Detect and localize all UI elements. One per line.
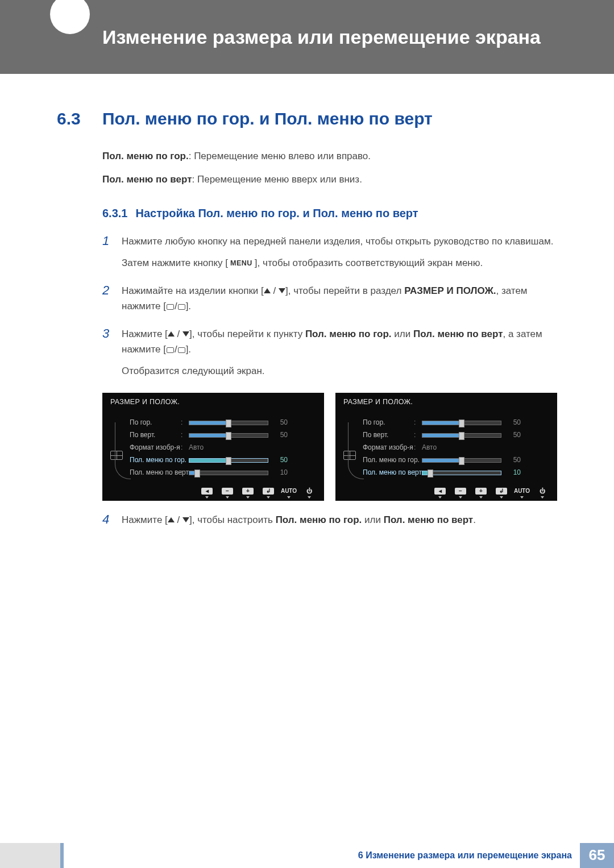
definitions: Пол. меню по гор.: Перемещение меню влев… — [102, 148, 557, 187]
osd-enter-icon: ↲ — [263, 488, 274, 495]
osd-power-icon: ⏻ — [537, 488, 548, 495]
osd-row: По верт. : 50 — [346, 429, 547, 442]
osd-auto-icon: AUTO — [283, 488, 294, 495]
enter-icon — [178, 304, 185, 310]
steps-list: 1 Нажмите любую кнопку на передней панел… — [102, 234, 557, 384]
arrow-up-icon — [168, 331, 175, 337]
osd-slider — [422, 471, 501, 475]
osd-slider — [189, 471, 268, 475]
osd-minus-icon: − — [222, 488, 233, 495]
osd-buttons: ◂ − + ↲ AUTO ⏻ — [102, 488, 324, 499]
arrow-down-icon — [182, 331, 189, 337]
arrow-up-icon — [168, 517, 175, 522]
arrow-down-icon — [182, 517, 189, 522]
section-number: 6.3 — [57, 105, 102, 132]
footer-chapter: 6 Изменение размера или перемещение экра… — [358, 848, 580, 863]
osd-slider — [189, 421, 268, 425]
subsection-number: 6.3.1 — [102, 207, 127, 219]
osd-back-icon: ◂ — [434, 488, 446, 495]
enter-icon — [167, 347, 174, 353]
osd-power-icon: ⏻ — [304, 488, 315, 495]
page-number: 65 — [580, 843, 614, 868]
arrow-up-icon — [264, 288, 271, 293]
page-footer: 6 Изменение размера или перемещение экра… — [0, 843, 614, 868]
def1-text: : Перемещение меню влево или вправо. — [189, 151, 371, 161]
menu-chip: MENU — [228, 257, 255, 269]
step4-p: Нажмите [ / ], чтобы настроить Пол. меню… — [122, 512, 557, 528]
subsection-title: Настройка Пол. меню по гор. и Пол. меню … — [135, 207, 418, 219]
osd-row-selected: Пол. меню по верт : 10 — [346, 467, 547, 479]
osd-panel-right: РАЗМЕР И ПОЛОЖ. По гор. : 50 По верт. : — [335, 393, 557, 501]
step3-p2: Отобразится следующий экран. — [122, 363, 557, 379]
step-num-1: 1 — [102, 234, 122, 276]
osd-row: Формат изобр-я : Авто — [113, 442, 314, 454]
osd-row: По гор. : 50 — [113, 417, 314, 429]
osd-slider — [422, 421, 501, 425]
section-title: Пол. меню по гор. и Пол. меню по верт — [102, 105, 433, 132]
osd-enter-icon: ↲ — [496, 488, 507, 495]
osd-title: РАЗМЕР И ПОЛОЖ. — [102, 393, 324, 411]
def2-bold: Пол. меню по верт — [102, 174, 192, 185]
osd-row: Пол. меню по гор. : 50 — [346, 454, 547, 467]
chapter-badge — [50, 0, 90, 34]
step-num-3: 3 — [102, 326, 122, 384]
osd-panel-left: РАЗМЕР И ПОЛОЖ. По гор. : 50 По верт. : — [102, 393, 324, 501]
page-header: Изменение размера или перемещение экрана — [0, 0, 614, 74]
steps-list-cont: 4 Нажмите [ / ], чтобы настроить Пол. ме… — [102, 512, 557, 533]
size-position-icon — [110, 451, 123, 460]
osd-row: По верт. : 50 — [113, 429, 314, 442]
def1-bold: Пол. меню по гор. — [102, 151, 189, 161]
osd-buttons: ◂ − + ↲ AUTO ⏻ — [335, 488, 557, 499]
osd-row-selected: Пол. меню по гор. : 50 — [113, 454, 314, 467]
osd-row: Пол. меню по верт : 10 — [113, 467, 314, 479]
osd-slider — [422, 458, 501, 463]
subsection-heading: 6.3.1Настройка Пол. меню по гор. и Пол. … — [102, 204, 557, 222]
osd-plus-icon: + — [475, 488, 487, 495]
def2-text: : Перемещение меню вверх или вниз. — [192, 174, 362, 185]
osd-row: Формат изобр-я : Авто — [346, 442, 547, 454]
section-heading: 6.3 Пол. меню по гор. и Пол. меню по вер… — [57, 105, 557, 132]
step-num-4: 4 — [102, 512, 122, 533]
osd-slider — [422, 433, 501, 438]
step1-p2: Затем нажмите кнопку [MENU], чтобы отобр… — [122, 255, 557, 271]
enter-icon — [167, 304, 174, 310]
osd-slider — [189, 433, 268, 438]
header-title: Изменение размера или перемещение экрана — [102, 25, 541, 49]
arrow-down-icon — [279, 288, 285, 293]
osd-back-icon: ◂ — [201, 488, 213, 495]
step1-p1: Нажмите любую кнопку на передней панели … — [122, 234, 557, 249]
osd-slider — [189, 458, 268, 463]
osd-row: По гор. : 50 — [346, 417, 547, 429]
osd-plus-icon: + — [242, 488, 254, 495]
osd-auto-icon: AUTO — [516, 488, 528, 495]
step3-p1: Нажмите [ / ], чтобы перейти к пункту По… — [122, 326, 557, 357]
step-num-2: 2 — [102, 283, 122, 319]
enter-icon — [178, 347, 185, 353]
osd-minus-icon: − — [455, 488, 466, 495]
step2-p: Нажимайте на изделии кнопки [ / ], чтобы… — [122, 283, 557, 314]
footer-spine — [0, 843, 64, 868]
size-position-icon — [343, 451, 356, 460]
osd-screenshots: РАЗМЕР И ПОЛОЖ. По гор. : 50 По верт. : — [102, 393, 557, 501]
osd-title: РАЗМЕР И ПОЛОЖ. — [335, 393, 557, 411]
